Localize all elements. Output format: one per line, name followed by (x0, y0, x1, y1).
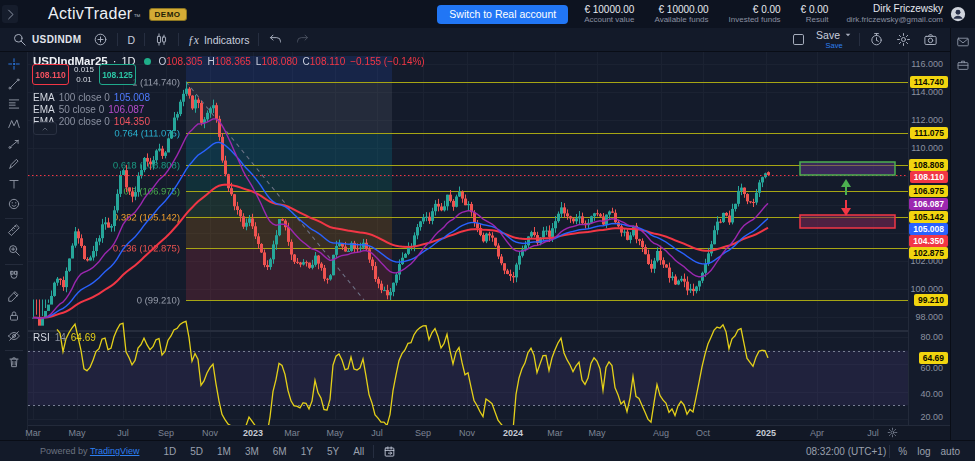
year-label: 2024 (503, 428, 523, 438)
expand-panel-button[interactable] (2, 5, 18, 23)
price-label: 108.110 (910, 171, 948, 183)
layout-button[interactable] (785, 29, 812, 51)
time-axis[interactable]: MarMayJulSepNov2023MarMayJulSepNov2024Ma… (28, 425, 950, 440)
avatar[interactable] (949, 5, 967, 23)
snapshot-button[interactable] (917, 29, 944, 51)
spread-display: 0.015 0.01 (69, 65, 99, 85)
undo-button[interactable] (262, 29, 289, 51)
save-layout-menu[interactable]: Save Save (812, 30, 856, 49)
chevron-right-icon (3, 7, 18, 22)
price-label: 114.740 (910, 76, 948, 88)
range-3m[interactable]: 3M (239, 444, 265, 459)
fib-retracement-tool[interactable] (2, 96, 26, 115)
year-label: 2023 (243, 428, 263, 438)
account-stat: € 0.00Invested funds (729, 4, 781, 25)
magnet-icon (7, 269, 21, 286)
clock[interactable]: 08:32:00 (UTC+1) (806, 446, 886, 457)
symbol-search-text: USDINDM (32, 34, 81, 45)
timezone-settings-button[interactable] (887, 427, 898, 438)
price-label: 106.087 (909, 198, 948, 210)
chevron-up-icon (41, 125, 49, 133)
chart-style-button[interactable] (148, 29, 175, 51)
sell-button[interactable]: 108.110 (32, 64, 69, 85)
activtrader-window: ActivTrader™ DEMO Switch to Real account… (0, 0, 975, 461)
tradingview-link[interactable]: TradingView (90, 446, 140, 456)
text-tool[interactable] (2, 176, 26, 195)
zoomin-icon (7, 243, 21, 260)
range-5y[interactable]: 5Y (321, 444, 345, 459)
lock-drawings-tool[interactable] (2, 308, 26, 327)
remove-drawings-tool[interactable] (2, 354, 26, 373)
price-tick: 112.000 (911, 115, 943, 125)
symbol-search[interactable]: USDINDM (6, 29, 87, 51)
spread-value: 0.015 (74, 65, 94, 75)
stat-value: € 0.00 (753, 4, 781, 16)
timeframe-button[interactable]: D (121, 29, 141, 51)
redo-button[interactable] (289, 29, 316, 51)
user-menu[interactable]: Dirk Friczewsky dirk.friczewsky@gmail.co… (846, 3, 967, 25)
price-scale[interactable]: 116.000114.000112.000110.000102.000100.0… (908, 52, 950, 425)
indicator-value: 105.008 (114, 92, 150, 104)
ohlc-pair: L108.080 (256, 56, 298, 67)
crosshair-tool[interactable] (2, 56, 26, 75)
chart-settings-button[interactable] (890, 29, 917, 51)
indicator-row[interactable]: EMA50 close 0106.087 (33, 104, 150, 116)
auto-scale-button[interactable]: auto (936, 444, 965, 459)
percent-scale-button[interactable]: % (893, 444, 912, 459)
ohlc-pair: C108.110 (303, 56, 346, 67)
brush-tool[interactable] (2, 156, 26, 175)
axis-gear-icon (887, 427, 898, 438)
month-label: Oct (696, 428, 710, 438)
range-all[interactable]: All (347, 444, 370, 459)
ohlc-pair: H108.365 (207, 56, 250, 67)
account-stats: € 10000.00Account value€ 10000.00Availab… (584, 4, 828, 25)
range-5d[interactable]: 5D (184, 444, 209, 459)
range-6m[interactable]: 6M (267, 444, 293, 459)
indicator-value: 104.350 (114, 116, 150, 128)
market-status-dot (144, 58, 151, 65)
switch-to-real-button[interactable]: Switch to Real account (437, 5, 568, 24)
buy-button[interactable]: 108.125 (99, 64, 136, 85)
portfolio-button[interactable] (956, 58, 970, 72)
go-to-date-button[interactable] (377, 440, 402, 461)
log-scale-button[interactable]: log (912, 444, 935, 459)
forecast-tool[interactable] (2, 136, 26, 155)
measure-tool[interactable] (2, 222, 26, 241)
collapse-legend-button[interactable] (33, 122, 57, 135)
messages-button[interactable] (956, 35, 970, 49)
stat-value: € 10000.00 (584, 4, 634, 16)
indicator-value: 106.087 (108, 104, 144, 116)
trademark: ™ (134, 13, 141, 20)
rsi-legend[interactable]: RSI 14 64.69 (33, 332, 96, 343)
magnet-tool[interactable] (2, 268, 26, 287)
alert-button[interactable] (863, 29, 890, 51)
camera-icon (923, 32, 938, 47)
pattern-tool[interactable] (2, 116, 26, 135)
layout-icon (791, 32, 806, 47)
gear-icon (896, 32, 911, 47)
ohlc-value: 108.080 (261, 56, 297, 67)
ohlc-key: H (207, 56, 214, 67)
drawing-tool[interactable] (2, 288, 26, 307)
month-label: Sep (415, 428, 431, 438)
toolbar-divider (5, 264, 23, 265)
range-1d[interactable]: 1D (157, 444, 182, 459)
compare-add-symbol-button[interactable] (87, 29, 114, 51)
ohlc-values: O108.305H108.365L108.080C108.110 (159, 56, 346, 67)
drawing-toolbar (0, 52, 28, 440)
price-tick: 114.000 (911, 87, 943, 97)
month-label: May (588, 428, 605, 438)
indicator-row[interactable]: EMA100 close 0105.008 (33, 92, 150, 104)
range-1y[interactable]: 1Y (295, 444, 319, 459)
zoom-in-tool[interactable] (2, 242, 26, 261)
indicators-button[interactable]: ƒx Indicators (182, 29, 255, 51)
price-chart-canvas[interactable] (28, 52, 908, 425)
trend-line-tool[interactable] (2, 76, 26, 95)
hide-drawings-tool[interactable] (2, 328, 26, 347)
ruler-icon (7, 223, 21, 240)
range-1m[interactable]: 1M (211, 444, 237, 459)
month-label: Aug (653, 428, 669, 438)
stat-value: € 0.00 (801, 4, 829, 16)
calendar-icon (383, 445, 396, 458)
emoji-tool[interactable] (2, 196, 26, 215)
